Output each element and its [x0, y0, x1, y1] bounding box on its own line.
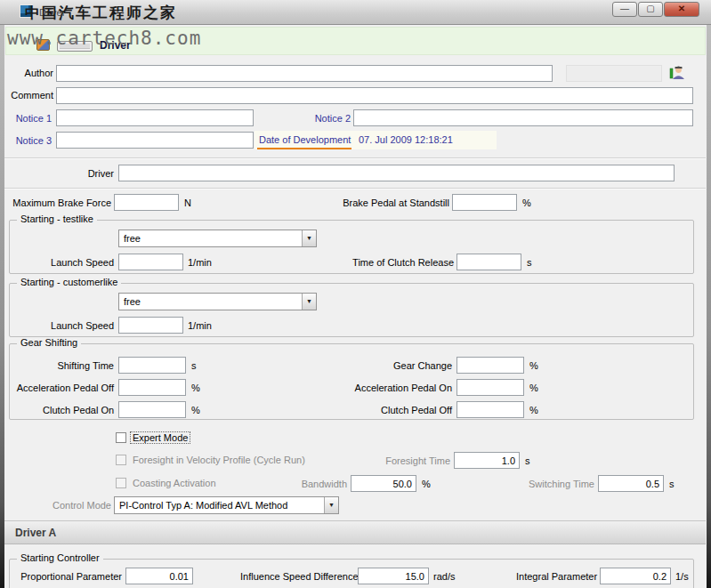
integral-parameter-label: Integral Parameter: [516, 571, 596, 582]
window-border-left: [0, 25, 4, 588]
author-aux-field: [566, 65, 662, 82]
author-input[interactable]: [56, 65, 553, 82]
proportional-parameter-label: Proportional Parameter: [7, 571, 122, 582]
close-button[interactable]: ✕: [664, 2, 699, 17]
switching-time-label: Switching Time: [525, 479, 594, 489]
separator: [4, 157, 706, 159]
clutch-pedal-on-label: Clutch Pedal On: [43, 405, 114, 415]
starting-testlike-mode-value: free: [124, 233, 141, 244]
notice2-input[interactable]: [353, 109, 693, 126]
testlike-launch-speed-input[interactable]: [118, 254, 183, 270]
influence-speed-difference-input[interactable]: [358, 568, 429, 584]
notice2-label: Notice 2: [267, 113, 351, 124]
proportional-parameter-input[interactable]: [125, 568, 193, 584]
author-person-icon[interactable]: [669, 64, 685, 80]
starting-controller-legend: Starting Controller: [17, 552, 103, 563]
watermark-titlebar: 中国汽车工程师之家: [25, 3, 177, 23]
influence-speed-difference-unit: rad/s: [433, 571, 455, 582]
clutch-release-input[interactable]: [456, 254, 521, 270]
driver-label: Driver: [61, 168, 114, 179]
control-mode-label: Control Mode: [49, 500, 111, 511]
gear-shifting-legend: Gear Shifting: [17, 337, 81, 348]
separator: [4, 188, 706, 189]
window-border-right: [707, 25, 711, 588]
driver-a-section-header: Driver A: [4, 520, 706, 544]
max-brake-force-input[interactable]: [114, 194, 179, 211]
integral-parameter-unit: 1/s: [675, 571, 689, 582]
accel-pedal-off-input[interactable]: [118, 379, 186, 396]
accel-pedal-on-unit: %: [529, 383, 538, 393]
date-of-development-underline: [257, 148, 351, 149]
brake-pedal-standstill-label: Brake Pedal at Standstill: [320, 197, 449, 208]
shifting-time-unit: s: [191, 360, 197, 371]
testlike-launch-speed-label: Launch Speed: [43, 257, 114, 268]
brake-pedal-standstill-input[interactable]: [452, 194, 517, 211]
starting-testlike-mode-select[interactable]: free ▼: [118, 230, 317, 247]
customerlike-launch-speed-unit: 1/min: [188, 320, 212, 331]
coasting-label: Coasting Activation: [133, 478, 216, 488]
expert-mode-label: Expert Mode: [131, 432, 190, 443]
notice3-input[interactable]: [56, 132, 254, 149]
maximize-button[interactable]: ▢: [638, 2, 663, 17]
gear-change-unit: %: [529, 360, 538, 371]
accel-pedal-off-unit: %: [191, 383, 200, 393]
notice3-label: Notice 3: [0, 135, 52, 146]
notice1-input[interactable]: [56, 109, 254, 126]
minimize-button[interactable]: —: [612, 2, 637, 17]
comment-input[interactable]: [56, 87, 693, 104]
brake-pedal-standstill-unit: %: [522, 197, 531, 208]
clutch-release-unit: s: [527, 257, 532, 268]
clutch-pedal-off-input[interactable]: [456, 401, 524, 418]
shifting-time-input[interactable]: [118, 357, 186, 374]
customerlike-launch-speed-input[interactable]: [118, 317, 183, 334]
influence-speed-difference-label: Influence Speed Difference: [240, 571, 354, 582]
coasting-checkbox[interactable]: [116, 478, 126, 488]
clutch-pedal-off-label: Clutch Pedal Off: [354, 405, 452, 415]
expert-mode-checkbox[interactable]: [116, 432, 126, 443]
integral-parameter-input[interactable]: [600, 568, 671, 584]
starting-testlike-legend: Starting - testlike: [17, 213, 97, 224]
chevron-down-icon[interactable]: ▼: [324, 497, 338, 513]
date-of-development-value: 07. Jul 2009 12:18:21: [359, 134, 453, 145]
starting-customerlike-legend: Starting - customerlike: [17, 277, 121, 287]
driver-a-title: Driver A: [15, 527, 56, 539]
foresight-label: Foresight in Velocity Profile (Cycle Run…: [133, 455, 305, 465]
gear-change-label: Gear Change: [356, 360, 452, 371]
customerlike-launch-speed-label: Launch Speed: [43, 320, 114, 331]
accel-pedal-off-label: Acceleration Pedal Off: [16, 383, 114, 393]
starting-customerlike-mode-value: free: [124, 296, 141, 307]
clutch-pedal-off-unit: %: [529, 405, 538, 415]
bandwidth-input[interactable]: [351, 475, 416, 492]
comment-label: Comment: [4, 90, 53, 101]
clutch-pedal-on-unit: %: [191, 405, 200, 415]
driver-input[interactable]: [118, 165, 675, 181]
max-brake-force-unit: N: [184, 197, 191, 208]
clutch-release-label: Time of Clutch Release: [338, 257, 454, 268]
accel-pedal-on-input[interactable]: [456, 379, 524, 396]
max-brake-force-label: Maximum Brake Force: [4, 197, 111, 208]
chevron-down-icon[interactable]: ▼: [302, 230, 316, 246]
watermark-header: www.cartech8.com: [7, 28, 201, 49]
date-of-development-label: Date of Development: [259, 134, 351, 145]
foresight-checkbox[interactable]: [116, 455, 126, 465]
clutch-pedal-on-input[interactable]: [118, 401, 186, 418]
control-mode-select[interactable]: PI-Control Typ A: Modified AVL Method ▼: [114, 496, 339, 514]
shifting-time-label: Shifting Time: [43, 360, 114, 371]
foresight-time-input[interactable]: [454, 452, 520, 469]
foresight-time-unit: s: [525, 455, 530, 466]
bandwidth-unit: %: [422, 479, 431, 489]
accel-pedal-on-label: Acceleration Pedal On: [347, 383, 452, 393]
bandwidth-label: Bandwidth: [294, 479, 347, 489]
gear-change-input[interactable]: [456, 357, 524, 374]
switching-time-unit: s: [669, 479, 675, 489]
switching-time-input[interactable]: [598, 475, 664, 492]
foresight-time-label: Foresight Time: [374, 455, 450, 466]
control-mode-value: PI-Control Typ A: Modified AVL Method: [119, 500, 287, 511]
chevron-down-icon[interactable]: ▼: [302, 294, 316, 310]
author-label: Author: [4, 68, 53, 78]
notice1-label: Notice 1: [0, 113, 52, 124]
testlike-launch-speed-unit: 1/min: [188, 257, 212, 268]
starting-customerlike-mode-select[interactable]: free ▼: [118, 293, 317, 310]
